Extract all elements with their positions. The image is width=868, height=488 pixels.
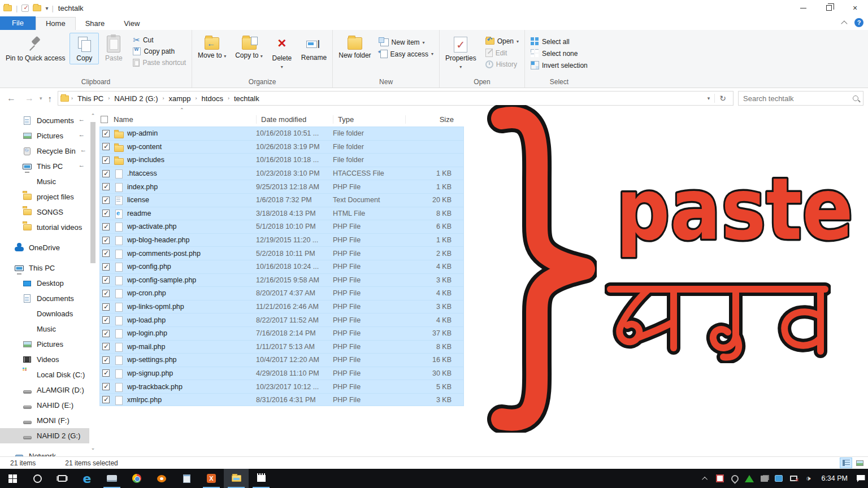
file-row[interactable]: license 1/6/2018 7:32 PM Text Document 2… <box>99 193 464 207</box>
minimize-ribbon-icon[interactable] <box>841 20 847 27</box>
video-editor-button[interactable] <box>249 469 274 488</box>
file-row[interactable]: wp-admin 10/16/2018 10:51 ... File folde… <box>99 127 464 140</box>
file-row[interactable]: xmlrpc.php 8/31/2016 4:31 PM PHP File 3 … <box>99 393 464 407</box>
blender-button[interactable] <box>149 469 174 488</box>
sidebar-item-project-files[interactable]: project files <box>0 189 89 204</box>
row-checkbox[interactable] <box>102 356 110 364</box>
file-row[interactable]: wp-cron.php 8/20/2017 4:37 AM PHP File 4… <box>99 286 464 300</box>
delete-button[interactable]: × Delete▾ <box>267 33 297 72</box>
paste-button[interactable]: Paste <box>99 33 128 64</box>
row-checkbox[interactable] <box>102 276 110 284</box>
forward-button[interactable]: → <box>21 93 37 103</box>
touch-keyboard-button[interactable] <box>99 469 124 488</box>
select-all-checkbox[interactable] <box>101 116 108 123</box>
file-row[interactable]: wp-config.php 10/16/2018 10:24 ... PHP F… <box>99 260 464 273</box>
address-dropdown-icon[interactable]: ▾ <box>703 95 715 101</box>
sidebar-item-local-disk-c-[interactable]: Local Disk (C:) <box>0 367 89 382</box>
history-button[interactable]: History <box>483 59 521 69</box>
row-checkbox[interactable] <box>102 170 110 177</box>
task-view-button[interactable] <box>50 469 75 488</box>
clock[interactable]: 6:34 PM <box>815 469 853 488</box>
row-checkbox[interactable] <box>102 237 110 244</box>
sidebar-item-music[interactable]: Music <box>0 321 89 337</box>
column-header-date[interactable]: Date modified <box>256 115 333 124</box>
tray-expand-button[interactable] <box>698 469 713 488</box>
row-checkbox[interactable] <box>102 250 110 257</box>
row-checkbox[interactable] <box>102 330 110 337</box>
sidebar-item-network[interactable]: Network <box>0 448 89 456</box>
sidebar-item-videos[interactable]: Videos <box>0 352 89 367</box>
chrome-button[interactable] <box>124 469 149 488</box>
row-checkbox[interactable] <box>102 156 110 164</box>
help-icon[interactable]: ? <box>854 18 863 27</box>
column-header-size[interactable]: Size <box>405 115 457 124</box>
antivirus-tray-button[interactable] <box>713 469 727 488</box>
row-checkbox[interactable] <box>102 383 110 390</box>
tab-share[interactable]: Share <box>76 18 115 30</box>
sidebar-item-nahid-2-g-[interactable]: NAHID 2 (G:) <box>0 428 89 443</box>
sidebar-item-pictures[interactable]: Pictures <box>0 337 89 352</box>
customize-qat-icon[interactable]: ▾ <box>45 5 47 11</box>
sidebar-item-documents[interactable]: Documents ✓ <box>0 113 89 128</box>
sidebar-item-moni-f-[interactable]: MONI (F:) <box>0 413 89 428</box>
row-checkbox[interactable] <box>102 316 110 324</box>
row-checkbox[interactable] <box>102 197 110 204</box>
new-folder-icon[interactable] <box>33 5 41 11</box>
network-tray-button[interactable] <box>786 469 801 488</box>
audio-device-tray-button[interactable] <box>727 469 742 488</box>
row-checkbox[interactable] <box>102 369 110 377</box>
breadcrumb[interactable]: ›This PC ›NAHID 2 (G:) ›xampp ›htdocs ›t… <box>58 91 734 106</box>
edit-button[interactable]: Edit <box>483 47 521 58</box>
sidebar-item-songs[interactable]: SONGS <box>0 204 89 220</box>
download-manager-tray-button[interactable] <box>742 469 757 488</box>
new-item-button[interactable]: New item ▾ <box>378 37 436 47</box>
pin-to-quick-access-button[interactable]: Pin to Quick access <box>1 33 70 64</box>
breadcrumb-item[interactable]: NAHID 2 (G:) <box>112 94 160 103</box>
row-checkbox[interactable] <box>102 143 110 150</box>
column-header-type[interactable]: Type <box>333 115 405 124</box>
sidebar-item-documents[interactable]: Documents <box>0 291 89 306</box>
sidebar-item-this-pc[interactable]: This PC <box>0 260 89 276</box>
select-all-button[interactable]: Select all <box>528 36 590 47</box>
file-row[interactable]: wp-login.php 7/16/2018 2:14 PM PHP File … <box>99 326 464 340</box>
breadcrumb-item[interactable]: This PC <box>75 94 106 103</box>
breadcrumb-item[interactable]: xampp <box>167 94 193 103</box>
breadcrumb-item[interactable]: htdocs <box>199 94 225 103</box>
back-button[interactable]: ← <box>3 93 19 103</box>
open-button[interactable]: Open ▾ <box>483 36 521 46</box>
cortana-button[interactable] <box>25 469 50 488</box>
select-none-button[interactable]: Select none <box>528 48 590 59</box>
action-center-button[interactable] <box>853 469 868 488</box>
file-row[interactable]: wp-links-opml.php 11/21/2016 2:46 AM PHP… <box>99 300 464 313</box>
paste-shortcut-button[interactable]: Paste shortcut <box>131 58 188 68</box>
row-checkbox[interactable] <box>102 263 110 271</box>
new-folder-button[interactable]: New folder <box>334 33 375 62</box>
copy-to-button[interactable]: Copy to ▾ <box>231 33 267 62</box>
copy-button[interactable]: Copy <box>70 33 99 64</box>
file-row[interactable]: readme 3/18/2018 4:13 PM HTML File 8 KB <box>99 207 464 220</box>
easy-access-button[interactable]: Easy access ▾ <box>378 49 436 59</box>
tab-home[interactable]: Home <box>36 17 76 30</box>
minimize-button[interactable] <box>790 0 816 16</box>
row-checkbox[interactable] <box>102 223 110 230</box>
edge-button[interactable]: e <box>75 469 99 488</box>
properties-button[interactable]: Properties▾ <box>441 33 481 72</box>
sidebar-item-recycle-bin[interactable]: Recycle Bin ✓ <box>0 143 89 159</box>
file-row[interactable]: wp-settings.php 10/4/2017 12:20 AM PHP F… <box>99 353 464 367</box>
properties-icon[interactable] <box>21 5 29 12</box>
move-to-button[interactable]: Move to ▾ <box>193 33 231 62</box>
sidebar-item-desktop[interactable]: Desktop <box>0 276 89 291</box>
folder-icon[interactable] <box>3 5 12 11</box>
restore-button[interactable] <box>816 0 842 16</box>
file-row[interactable]: wp-mail.php 1/11/2017 5:13 AM PHP File 8… <box>99 340 464 354</box>
pc-status-tray-button[interactable] <box>771 469 786 488</box>
sidebar-item-pictures[interactable]: Pictures ✓ <box>0 128 89 143</box>
refresh-icon[interactable]: ↻ <box>714 94 731 103</box>
search-box[interactable] <box>738 91 863 106</box>
search-input[interactable] <box>743 94 853 103</box>
tab-file[interactable]: File <box>0 16 36 30</box>
sidebar-item-alamgir-d-[interactable]: ALAMGIR (D:) <box>0 382 89 398</box>
row-checkbox[interactable] <box>102 396 110 403</box>
file-row[interactable]: index.php 9/25/2013 12:18 AM PHP File 1 … <box>99 180 464 193</box>
cut-button[interactable]: ✂ Cut <box>131 34 188 45</box>
